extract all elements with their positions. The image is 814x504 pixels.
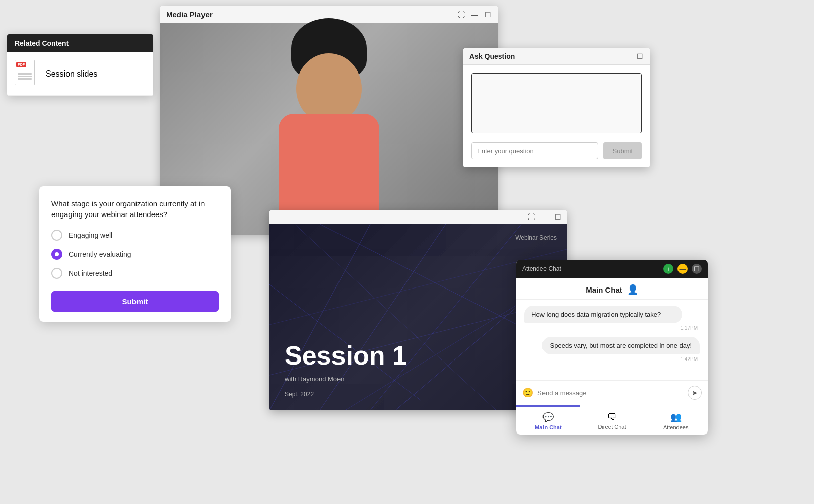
slide-webinar-label: Webinar Series [515, 234, 557, 241]
related-content-panel: Related Content PDF Session slides [7, 34, 153, 96]
chat-topbar-label: Attendee Chat [522, 265, 561, 272]
chat-header: Main Chat 👤 [516, 278, 708, 300]
poll-option-3[interactable]: Not interested [51, 268, 219, 279]
chat-topbar: Attendee Chat + — ☐ [516, 260, 708, 278]
related-content-item[interactable]: PDF Session slides [7, 52, 153, 96]
poll-question: What stage is your organization currentl… [51, 198, 219, 220]
speaker-figure [258, 33, 399, 225]
media-player-controls: ⛶ — ☐ [457, 11, 492, 19]
slide-minimize-btn[interactable]: — [540, 213, 549, 221]
ask-question-panel: Ask Question — ☐ Submit [463, 48, 650, 167]
radio-engaging-well[interactable] [51, 230, 62, 241]
slide-date: Sept. 2022 [285, 391, 314, 398]
chat-close-btn[interactable]: ☐ [692, 264, 702, 274]
chat-add-btn[interactable]: + [663, 264, 673, 274]
radio-currently-evaluating[interactable] [51, 249, 62, 260]
poll-widget: What stage is your organization currentl… [39, 186, 231, 322]
poll-option-label-1: Engaging well [69, 231, 112, 239]
fullscreen-btn[interactable]: ⛶ [457, 11, 465, 19]
slide-fullscreen-btn[interactable]: ⛶ [527, 213, 535, 221]
ask-question-input[interactable] [471, 142, 598, 159]
chat-nav-attendees[interactable]: 👥 Attendees [644, 405, 708, 435]
pdf-line-3 [18, 78, 32, 80]
pdf-icon-body: PDF [15, 60, 35, 85]
chat-message-2-time: 1:42PM [524, 356, 700, 362]
pdf-line-1 [18, 73, 32, 75]
ask-question-row: Submit [471, 142, 642, 159]
ask-minimize-btn[interactable]: — [623, 52, 631, 60]
poll-submit-button[interactable]: Submit [51, 291, 219, 312]
direct-chat-icon: 🗨 [607, 412, 617, 422]
chat-messages: How long does data migration typically t… [516, 300, 708, 380]
chat-topbar-controls: + — ☐ [663, 264, 702, 274]
poll-option-2[interactable]: Currently evaluating [51, 249, 219, 260]
ask-close-btn[interactable]: ☐ [636, 52, 644, 60]
pdf-badge: PDF [16, 62, 26, 67]
radio-inner [55, 252, 59, 256]
poll-option-1[interactable]: Engaging well [51, 230, 219, 241]
chat-message-input[interactable] [537, 389, 684, 397]
minimize-btn[interactable]: — [470, 11, 479, 19]
slide-controls: ⛶ — ☐ [527, 213, 562, 221]
speaker-body [279, 114, 379, 225]
pdf-icon: PDF [15, 60, 40, 88]
chat-minimize-btn[interactable]: — [677, 264, 688, 274]
ask-question-title: Ask Question [469, 52, 515, 60]
chat-send-btn[interactable]: ➤ [688, 386, 702, 400]
chat-nav-main-chat[interactable]: 💬 Main Chat [516, 405, 580, 435]
svg-line-4 [370, 224, 521, 410]
slide-presenter: with Raymond Moen [285, 375, 345, 383]
chat-nav: 💬 Main Chat 🗨 Direct Chat 👥 Attendees [516, 405, 708, 435]
poll-option-label-3: Not interested [69, 269, 112, 277]
speaker-head [296, 53, 362, 124]
ask-question-textarea[interactable] [471, 73, 642, 133]
poll-option-label-2: Currently evaluating [69, 250, 131, 258]
ask-question-submit[interactable]: Submit [603, 142, 642, 159]
main-chat-label: Main Chat [535, 424, 562, 430]
main-chat-icon: 💬 [542, 412, 554, 423]
pdf-lines [18, 73, 32, 81]
radio-not-interested[interactable] [51, 268, 62, 279]
chat-message-1-time: 1:17PM [524, 325, 700, 331]
chat-message-1: How long does data migration typically t… [524, 306, 682, 323]
slide-close-btn[interactable]: ☐ [554, 213, 562, 221]
close-btn[interactable]: ☐ [484, 11, 492, 19]
chat-input-row: 🙂 ➤ [516, 380, 708, 405]
attendees-label: Attendees [663, 424, 689, 430]
ask-question-titlebar: Ask Question — ☐ [463, 48, 650, 65]
ask-question-controls: — ☐ [623, 52, 644, 60]
slide-titlebar: ⛶ — ☐ [269, 210, 567, 224]
chat-nav-direct-chat[interactable]: 🗨 Direct Chat [580, 405, 644, 435]
chat-people-icon: 👤 [627, 284, 638, 295]
chat-emoji-btn[interactable]: 🙂 [522, 387, 533, 398]
chat-header-title: Main Chat [586, 285, 622, 294]
pdf-line-2 [18, 76, 32, 77]
related-content-header: Related Content [7, 34, 153, 52]
ask-question-body: Submit [463, 65, 650, 167]
chat-message-2: Speeds vary, but most are completed in o… [542, 337, 700, 354]
media-player-title: Media Player [166, 10, 213, 19]
slide-session-title: Session 1 [285, 341, 407, 370]
direct-chat-label: Direct Chat [598, 424, 626, 430]
attendee-chat-panel: Attendee Chat + — ☐ Main Chat 👤 How long… [516, 260, 708, 435]
attendees-icon: 👥 [670, 412, 682, 423]
session-slides-label: Session slides [46, 69, 97, 79]
